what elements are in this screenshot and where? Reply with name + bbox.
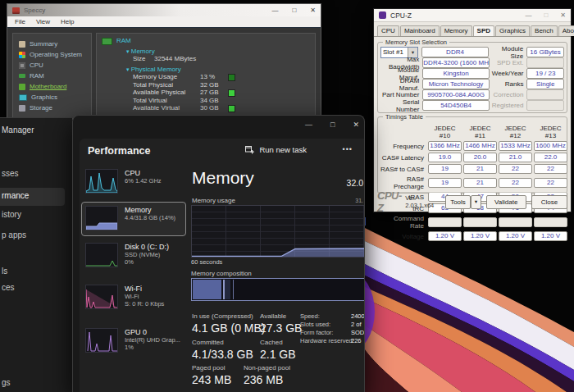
memory-scale-top-clipped: 31.	[355, 198, 363, 203]
performance-sidebar: CPU 6% 1.42 GHz Memory 4.4/31.8 GB (14%)	[80, 165, 188, 392]
dram-manuf-field: Micron Technology	[422, 79, 490, 89]
tab-about[interactable]: About	[558, 25, 574, 36]
os-icon	[19, 52, 25, 58]
graphics-icon	[19, 94, 27, 101]
spd-ext-field	[526, 57, 564, 68]
menu-file[interactable]: File	[15, 18, 25, 25]
sidebar-item-wifi[interactable]: Wi-Fi Wi-Fi S: 0 R: 0 Kbps	[81, 280, 186, 321]
sidebar-item-gpu-0[interactable]: GPU 0 Intel(R) UHD Grap... 1%	[81, 324, 186, 365]
in-use-value: 4.1 GB (0 MB)	[192, 321, 265, 335]
validate-button[interactable]: Validate	[486, 195, 526, 209]
composition-modified-segment	[225, 280, 230, 299]
module-size-field: 16 GBytes	[526, 47, 564, 57]
nav-item-services-fragment[interactable]: ces	[2, 283, 15, 292]
memory-slot-selection-group: Memory Slot Selection Slot #1 ▼ DDR4 Mod…	[377, 42, 567, 113]
timings-table: JEDEC #10 JEDEC #11 JEDEC #12 JEDEC #13 …	[380, 125, 564, 241]
sidebar-item-operating-system[interactable]: Operating System	[19, 49, 91, 60]
minimize-icon[interactable]: —	[305, 121, 312, 129]
sidebar-item-ram[interactable]: RAM	[19, 71, 91, 81]
gpu-graph-thumbnail	[85, 328, 118, 353]
sidebar-item-summary[interactable]: Summary	[19, 39, 91, 49]
memory-composition-label: Memory composition	[191, 270, 252, 277]
nav-item-processes-fragment[interactable]: sses	[2, 169, 19, 178]
more-options-icon[interactable]: •••	[343, 145, 353, 153]
close-icon[interactable]: ✕	[560, 11, 566, 19]
close-icon[interactable]: ✕	[310, 7, 316, 14]
memory-detail-pane: Memory 32.0 Memory usage 31. 60 seconds …	[189, 166, 364, 392]
minimize-icon[interactable]: —	[271, 7, 278, 14]
correction-field	[526, 89, 564, 100]
nav-item-app-history-fragment[interactable]: istory	[2, 210, 21, 219]
module-manuf-field: Kingston	[422, 68, 490, 79]
tab-memory[interactable]: Memory	[440, 25, 472, 36]
hardware-reserved-value-clipped: 226	[351, 337, 362, 344]
slots-used-label: Slots used:	[300, 321, 330, 328]
hardware-reserved-label: Hardware reserved:	[300, 337, 354, 344]
nav-item-startup-apps-fragment[interactable]: p apps	[2, 230, 26, 239]
speccy-window: Speccy — □ ✕ File View Help Summary Oper…	[7, 3, 321, 120]
memory-composition-bar	[191, 278, 364, 301]
form-factor-label: Form factor:	[300, 329, 333, 336]
cpu-icon	[19, 62, 25, 69]
background-window-title: Manager	[2, 125, 34, 134]
close-button[interactable]: Close	[531, 195, 567, 209]
cpuz-window: CPU-Z — □ ✕ CPU Mainboard Memory SPD Gra…	[373, 8, 572, 212]
nav-item-settings-fragment[interactable]: gs	[2, 378, 11, 387]
memory-usage-graph	[191, 205, 364, 258]
run-new-task-button[interactable]: Run new task	[240, 143, 312, 157]
speed-label: Speed:	[300, 312, 320, 320]
virtual-indicator	[228, 105, 235, 112]
disk-graph-thumbnail	[85, 243, 118, 267]
desktop: Speccy — □ ✕ File View Help Summary Oper…	[0, 0, 574, 392]
group-title: Memory Slot Selection	[383, 39, 449, 46]
sidebar-item-graphics[interactable]: Graphics	[19, 92, 91, 103]
tab-spd[interactable]: SPD	[473, 25, 494, 36]
size-label: Size	[133, 56, 154, 62]
sidebar-item-cpu[interactable]: CPU 6% 1.42 GHz	[81, 165, 186, 199]
minimize-icon[interactable]: —	[525, 11, 531, 19]
sidebar-item-storage[interactable]: Storage	[19, 103, 91, 113]
size-value: 32544 MBytes	[154, 56, 196, 62]
tab-mainboard[interactable]: Mainboard	[400, 25, 440, 36]
section-memory[interactable]: ▾ Memory	[126, 48, 310, 55]
sidebar-item-cpu[interactable]: CPU	[19, 60, 91, 71]
cpuz-window-title: CPU-Z	[390, 11, 412, 20]
collapse-icon: ▾	[126, 48, 130, 54]
sidebar-item-memory[interactable]: Memory 4.4/31.8 GB (14%)	[81, 202, 186, 236]
part-number-field: 9905700-084.A00G	[422, 89, 490, 100]
ranks-field: Single	[526, 79, 564, 89]
cpuz-titlebar: CPU-Z — □ ✕	[374, 9, 571, 22]
maximize-icon[interactable]: □	[292, 7, 296, 14]
sidebar-item-motherboard[interactable]: Motherboard	[19, 81, 91, 92]
cached-label: Cached	[260, 339, 283, 346]
speccy-app-icon	[12, 7, 20, 14]
serial-number-field: 54D450B4	[422, 100, 490, 111]
sidebar-item-disk-0[interactable]: Disk 0 (C: D:) SSD (NVMe) 0%	[81, 239, 186, 278]
tools-button[interactable]: Tools	[445, 195, 471, 209]
memory-total-clipped: 32.0	[347, 178, 363, 188]
section-physical-memory[interactable]: ▾ Physical Memory	[126, 66, 310, 73]
tab-cpu[interactable]: CPU	[377, 25, 399, 36]
speccy-menubar: File View Help	[7, 16, 321, 28]
close-icon[interactable]: ✕	[353, 121, 359, 129]
week-year-field: 19 / 23	[526, 68, 564, 79]
tools-dropdown-icon[interactable]: ▼	[471, 195, 481, 209]
cpu-graph-thumbnail	[85, 169, 118, 194]
paged-pool-label: Paged pool	[192, 364, 225, 371]
menu-view[interactable]: View	[36, 18, 50, 25]
maximize-icon[interactable]: □	[330, 121, 335, 129]
nav-item-performance-fragment[interactable]: rmance	[2, 191, 29, 200]
nav-item-details-fragment[interactable]: ls	[2, 267, 7, 276]
slots-used-value-clipped: 2 of	[351, 321, 362, 328]
page-title: Performance	[88, 145, 150, 157]
ram-header-icon	[102, 38, 112, 45]
group-title: Timings Table	[383, 113, 426, 121]
tab-graphics[interactable]: Graphics	[495, 25, 530, 36]
run-new-task-icon	[245, 145, 254, 154]
cpuz-logo: CPU-Z	[377, 189, 402, 214]
committed-value: 4.1/33.8 GB	[192, 348, 253, 361]
in-use-label: In use (Compressed)	[192, 312, 253, 320]
available-value: 27.3 GB	[260, 321, 302, 335]
menu-help[interactable]: Help	[61, 18, 74, 25]
tab-bench[interactable]: Bench	[531, 25, 558, 36]
